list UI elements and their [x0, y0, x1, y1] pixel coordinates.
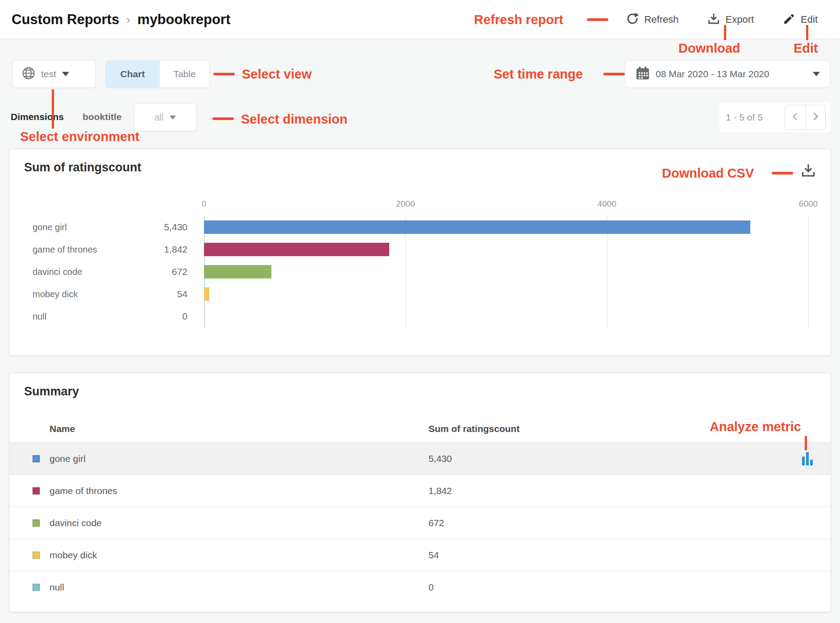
next-page-button[interactable] — [805, 105, 825, 129]
download-icon — [800, 172, 816, 180]
chart-row: null 0 — [9, 305, 831, 328]
chart-value-label: 1,842 — [136, 244, 187, 255]
breadcrumb-section[interactable]: Custom Reports — [12, 12, 119, 28]
summary-card: Summary Name Sum of ratingscount gone gi… — [9, 373, 831, 612]
chart-category-label: game of thrones — [33, 245, 136, 255]
breadcrumb-separator-icon: › — [126, 13, 130, 27]
pagination-range: 1 - 5 of 5 — [726, 112, 785, 123]
annotation-select-environment: Select environment — [20, 129, 140, 144]
row-value: 54 — [428, 550, 754, 561]
chart-plot: gone girl 5,430 game of thrones 1,842 da… — [9, 216, 831, 328]
date-range-picker[interactable]: 08 Mar 2020 - 13 Mar 2020 — [625, 60, 830, 88]
row-value: 1,842 — [428, 486, 754, 496]
previous-page-button[interactable] — [785, 105, 805, 129]
export-button-label: Export — [725, 14, 754, 25]
chevron-down-icon — [813, 72, 820, 76]
refresh-button[interactable]: Refresh — [626, 12, 678, 27]
refresh-button-label: Refresh — [644, 14, 678, 25]
chart-value-label: 5,430 — [136, 222, 187, 233]
annotation-dash — [213, 73, 235, 75]
breadcrumb: Custom Reports › mybookreport — [12, 0, 230, 39]
chart-bar-track — [204, 287, 807, 301]
header-actions: Refresh Export Edit — [626, 0, 818, 39]
annotation-dash — [603, 73, 625, 75]
table-row: game of thrones 1,842 — [9, 474, 831, 507]
dimension-filter-dropdown[interactable]: all — [134, 104, 196, 131]
row-value: 0 — [428, 582, 754, 593]
chart-title: Sum of ratingscount — [24, 161, 141, 174]
table-row: mobey dick 54 — [9, 539, 831, 571]
x-axis-tick-label: 0 — [202, 199, 207, 209]
annotation-analyze-metric: Analyze metric — [710, 419, 801, 434]
chart-category-label: mobey dick — [33, 289, 136, 299]
chart-bar — [204, 220, 750, 234]
table-row: davinci code 672 — [9, 507, 831, 539]
table-row: gone girl 5,430 — [9, 442, 831, 474]
analyze-metric-button[interactable] — [802, 452, 813, 465]
column-header-name: Name — [50, 424, 419, 434]
globe-icon — [22, 66, 35, 82]
chart-row: game of thrones 1,842 — [9, 238, 831, 261]
edit-button-label: Edit — [801, 14, 818, 25]
annotation-select-dimension: Select dimension — [241, 112, 348, 127]
row-name: game of thrones — [50, 486, 419, 496]
tab-table[interactable]: Table — [159, 61, 209, 87]
row-value: 672 — [428, 518, 754, 528]
dimension-name: booktitle — [83, 104, 122, 130]
dimensions-label: Dimensions — [11, 104, 64, 130]
annotation-download: Download — [678, 41, 740, 56]
date-range-value: 08 Mar 2020 - 13 Mar 2020 — [656, 69, 807, 79]
edit-button[interactable]: Edit — [782, 12, 818, 27]
annotation-set-time-range: Set time range — [494, 67, 583, 82]
chart-category-label: gone girl — [33, 222, 136, 233]
download-icon — [707, 12, 720, 27]
chart-row: davinci code 672 — [9, 261, 831, 283]
chart-bar-track — [204, 310, 807, 323]
refresh-icon — [626, 12, 639, 27]
annotation-select-view: Select view — [242, 67, 312, 82]
tab-chart[interactable]: Chart — [106, 61, 159, 87]
row-name: mobey dick — [50, 550, 419, 561]
export-button[interactable]: Export — [707, 12, 754, 27]
summary-table-header: Name Sum of ratingscount — [9, 415, 831, 442]
annotation-refresh-report: Refresh report — [474, 12, 563, 27]
x-axis-tick-label: 4000 — [598, 199, 616, 209]
chart-value-label: 672 — [136, 266, 187, 277]
annotation-download-csv: Download CSV — [662, 166, 754, 181]
chart-bar — [204, 243, 389, 256]
chart-row: mobey dick 54 — [9, 283, 831, 305]
pagination: 1 - 5 of 5 — [719, 103, 830, 132]
row-name: null — [50, 582, 419, 593]
summary-table-body: gone girl 5,430 game of thrones 1,842 da… — [9, 442, 831, 603]
custom-report-page: Custom Reports › mybookreport Refresh Ex… — [0, 0, 840, 623]
series-color-swatch — [33, 455, 40, 462]
row-name: davinci code — [50, 518, 419, 528]
environment-selector[interactable]: test — [12, 60, 96, 88]
row-name: gone girl — [50, 453, 419, 464]
chart-value-label: 0 — [136, 311, 187, 322]
annotation-dash — [212, 117, 234, 120]
environment-value: test — [41, 69, 56, 79]
annotation-dash — [587, 18, 608, 21]
series-color-swatch — [33, 552, 40, 559]
chevron-left-icon — [790, 112, 800, 123]
annotation-edit: Edit — [794, 41, 818, 56]
header: Custom Reports › mybookreport Refresh Ex… — [0, 0, 840, 39]
page-title: mybookreport — [137, 12, 230, 28]
annotation-line — [806, 25, 808, 40]
row-value: 5,430 — [428, 453, 754, 464]
table-row: null 0 — [9, 571, 831, 603]
view-toggle: Chart Table — [105, 60, 210, 88]
pencil-icon — [782, 12, 796, 27]
series-color-swatch — [33, 584, 40, 591]
chart-bar-track — [204, 220, 807, 234]
annotation-line — [52, 89, 54, 129]
annotation-dash — [772, 172, 793, 174]
x-axis-tick-label: 2000 — [396, 199, 415, 209]
chart-bar-track — [204, 243, 807, 256]
chevron-down-icon — [62, 72, 69, 76]
pagination-buttons — [785, 105, 826, 130]
series-color-swatch — [33, 519, 40, 527]
chart-row: gone girl 5,430 — [9, 216, 831, 238]
download-csv-button[interactable] — [800, 162, 816, 180]
